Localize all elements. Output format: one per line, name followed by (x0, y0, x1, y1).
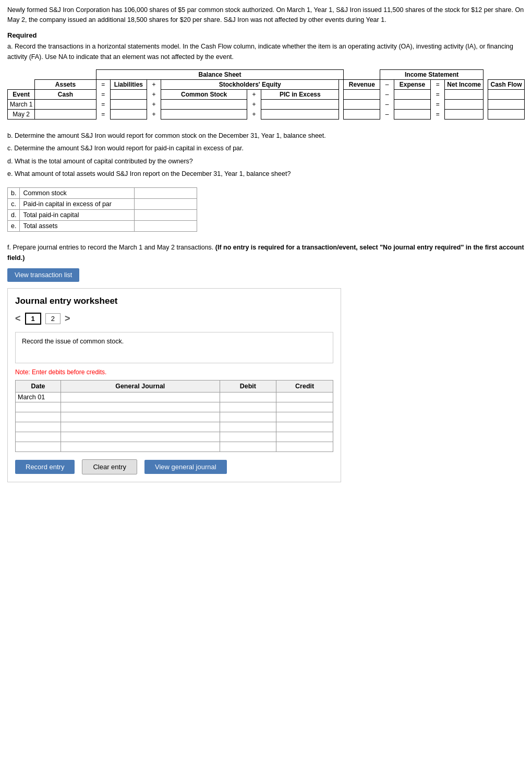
journal-credit-cell[interactable] (276, 412, 333, 422)
next-page-chevron[interactable]: > (65, 313, 70, 324)
journal-gj-input[interactable] (63, 443, 217, 450)
journal-debit-input[interactable] (222, 433, 274, 441)
liabilities-may2-input[interactable] (113, 111, 144, 118)
journal-credit-input[interactable] (279, 403, 331, 411)
required-body: a. Record the transactions in a horizont… (7, 41, 525, 62)
journal-gj-input[interactable] (63, 403, 217, 411)
answer-input[interactable] (138, 222, 190, 230)
journal-debit-input[interactable] (222, 394, 274, 401)
pic-march1-input[interactable] (284, 101, 316, 108)
cash-march1-input[interactable] (50, 101, 81, 108)
answer-row: d. Total paid-in capital (8, 209, 197, 220)
journal-credit-input[interactable] (279, 423, 331, 431)
journal-button-row: Record entry Clear entry View general jo… (15, 459, 333, 474)
journal-gj-cell[interactable] (61, 402, 220, 412)
journal-credit-cell[interactable] (276, 402, 333, 412)
journal-debit-cell[interactable] (220, 392, 276, 402)
journal-credit-input[interactable] (279, 394, 331, 401)
answer-value-cell[interactable] (135, 220, 197, 231)
event-may2: May 2 (8, 109, 35, 119)
journal-worksheet: Journal entry worksheet < 1 2 > Record t… (7, 288, 341, 482)
journal-gj-cell[interactable] (61, 412, 220, 422)
eq-op2: = (431, 79, 445, 89)
expense-may2-input[interactable] (397, 111, 428, 118)
balance-sheet-header: Balance Sheet (96, 69, 344, 79)
journal-title: Journal entry worksheet (15, 296, 333, 306)
journal-gj-input[interactable] (63, 433, 217, 441)
question-d: d. What is the total amount of capital c… (7, 156, 525, 168)
instruction-box: Record the issue of common stock. (15, 332, 333, 363)
table-row: March 1 = + + – = (8, 99, 525, 109)
journal-credit-input[interactable] (279, 443, 331, 450)
prev-page-chevron[interactable]: < (15, 313, 21, 324)
answer-input[interactable] (138, 189, 190, 197)
answer-label: Paid-in capital in excess of par (20, 198, 135, 209)
answer-input[interactable] (138, 211, 190, 219)
journal-debit-cell[interactable] (220, 422, 276, 432)
liabilities-col-header: Liabilities (110, 79, 147, 89)
journal-debit-cell[interactable] (220, 442, 276, 451)
journal-debit-cell[interactable] (220, 412, 276, 422)
common-stock-may2-input[interactable] (188, 111, 220, 118)
journal-credit-input[interactable] (279, 433, 331, 441)
questions-section: b. Determine the amount S&J Iron would r… (7, 130, 525, 180)
journal-credit-cell[interactable] (276, 392, 333, 402)
cash-col-header: Cash (35, 89, 96, 99)
clear-entry-button[interactable]: Clear entry (82, 459, 137, 474)
expense-march1-input[interactable] (397, 101, 428, 108)
journal-gj-input[interactable] (63, 394, 217, 401)
answer-letter: b. (8, 187, 20, 198)
page-2-button[interactable]: 2 (45, 313, 61, 324)
cash-may2-input[interactable] (50, 111, 81, 118)
journal-gj-cell[interactable] (61, 422, 220, 432)
answer-value-cell[interactable] (135, 209, 197, 220)
journal-date-cell (16, 432, 61, 442)
journal-table-row (16, 412, 333, 422)
journal-debit-input[interactable] (222, 413, 274, 421)
spacer1 (339, 79, 344, 89)
answer-input[interactable] (138, 200, 190, 208)
liabilities-march1-input[interactable] (113, 101, 144, 108)
journal-gj-cell[interactable] (61, 392, 220, 402)
question-c: c. Determine the amount S&J Iron would r… (7, 142, 525, 154)
journal-table-row: March 01 (16, 392, 333, 402)
view-general-journal-button[interactable]: View general journal (144, 460, 227, 474)
journal-credit-input[interactable] (279, 413, 331, 421)
event-march1: March 1 (8, 99, 35, 109)
page-1-button[interactable]: 1 (25, 313, 41, 325)
journal-gj-input[interactable] (63, 413, 217, 421)
journal-credit-cell[interactable] (276, 422, 333, 432)
journal-gj-input[interactable] (63, 423, 217, 431)
journal-credit-cell[interactable] (276, 442, 333, 451)
answers-table: b. Common stock c. Paid-in capital in ex… (7, 187, 197, 232)
answer-value-cell[interactable] (135, 198, 197, 209)
record-entry-button[interactable]: Record entry (15, 460, 75, 474)
netincome-may2-input[interactable] (449, 111, 480, 118)
journal-debit-cell[interactable] (220, 432, 276, 442)
journal-gj-cell[interactable] (61, 442, 220, 451)
income-statement-header: Income Statement (380, 69, 483, 79)
date-col-header: Date (16, 380, 61, 392)
journal-debit-cell[interactable] (220, 402, 276, 412)
journal-credit-cell[interactable] (276, 432, 333, 442)
revenue-march1-input[interactable] (346, 101, 378, 108)
intro-text: Newly formed S&J Iron Corporation has 10… (7, 5, 525, 25)
assets-col-header: Assets (35, 79, 96, 89)
pic-may2-input[interactable] (284, 111, 316, 118)
journal-debit-input[interactable] (222, 443, 274, 450)
view-transaction-button[interactable]: View transaction list (7, 268, 79, 282)
cashflow-march1-input[interactable] (491, 101, 522, 108)
answer-value-cell[interactable] (135, 187, 197, 198)
table-row: May 2 = + + – = (8, 109, 525, 119)
question-e: e. What amount of total assets would S&J… (7, 168, 525, 180)
journal-debit-input[interactable] (222, 423, 274, 431)
netincome-march1-input[interactable] (449, 101, 480, 108)
journal-gj-cell[interactable] (61, 432, 220, 442)
cashflow-may2-input[interactable] (491, 111, 522, 118)
common-stock-march1-input[interactable] (188, 101, 220, 108)
journal-debit-input[interactable] (222, 403, 274, 411)
instruction-text: Record the issue of common stock. (22, 338, 124, 345)
revenue-may2-input[interactable] (346, 111, 378, 118)
gj-col-header: General Journal (61, 380, 220, 392)
journal-table: Date General Journal Debit Credit March … (15, 380, 333, 452)
